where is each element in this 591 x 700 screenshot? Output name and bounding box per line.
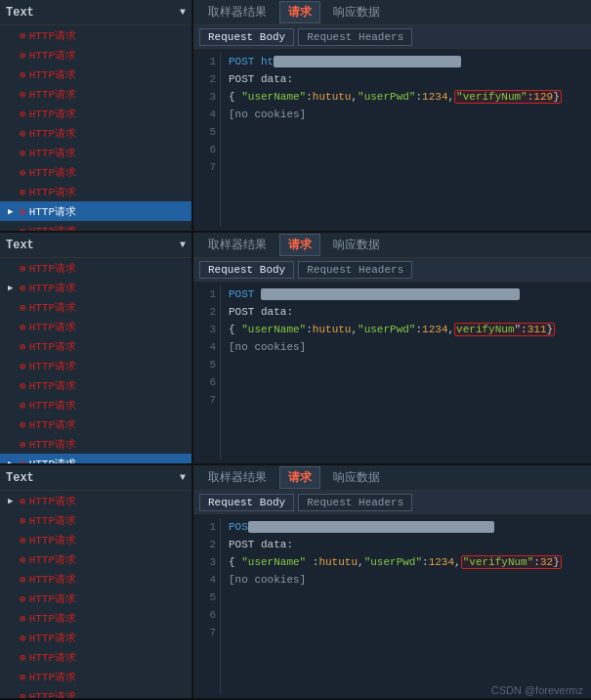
item-label: HTTP请求	[29, 689, 76, 699]
key-text: "userName"	[241, 91, 306, 103]
method-text: POST	[229, 56, 254, 67]
list-item[interactable]: ⊗HTTP请求	[0, 569, 191, 589]
list-item[interactable]: ⊗HTTP请求	[0, 549, 191, 569]
sub-tab-request-headers-1[interactable]: Request Headers	[298, 28, 412, 46]
line-numbers-2: 1234567	[193, 285, 221, 459]
list-item[interactable]: ⊗HTTP请求	[0, 104, 191, 123]
error-icon: ⊗	[20, 186, 26, 198]
error-icon: ⊗	[20, 262, 26, 275]
code-line: POST data:	[229, 536, 583, 553]
error-icon: ⊗	[20, 68, 26, 81]
sidebar-arrow-2[interactable]: ▼	[180, 240, 186, 250]
list-item[interactable]: ⊗HTTP请求	[0, 84, 191, 104]
list-item[interactable]: ▶⊗HTTP请求	[0, 491, 191, 510]
error-icon: ⊗	[20, 690, 26, 699]
list-item[interactable]: ⊗HTTP请求	[0, 628, 191, 647]
list-item[interactable]: ▶⊗HTTP请求	[0, 278, 191, 297]
tab-request-3[interactable]: 请求	[279, 466, 320, 489]
tab-response-2[interactable]: 响应数据	[324, 234, 389, 256]
list-item[interactable]: ⊗HTTP请求	[0, 589, 191, 608]
list-item-selected[interactable]: ▶⊗HTTP请求	[0, 454, 191, 463]
list-item[interactable]: ⊗HTTP请求	[0, 434, 191, 454]
list-item[interactable]: ⊗HTTP请求	[0, 65, 191, 84]
error-icon: ⊗	[20, 340, 26, 353]
error-icon: ⊗	[20, 534, 26, 547]
error-icon: ⊗	[20, 29, 26, 42]
item-label: HTTP请求	[29, 165, 76, 180]
list-item[interactable]: ⊗HTTP请求	[0, 395, 191, 415]
item-label: HTTP请求	[29, 185, 76, 199]
tab-request-1[interactable]: 请求	[279, 1, 320, 23]
code-line: [no cookies]	[229, 106, 583, 123]
list-item[interactable]: ⊗HTTP请求	[0, 336, 191, 356]
sub-tab-request-body-1[interactable]: Request Body	[199, 28, 294, 46]
sub-tabs-row-3: Request Body Request Headers	[193, 491, 591, 514]
list-item[interactable]: ⊗HTTP请求	[0, 297, 191, 317]
error-icon: ⊗	[20, 671, 26, 683]
list-item[interactable]: ⊗HTTP请求	[0, 686, 191, 698]
item-label: HTTP请求	[29, 417, 76, 432]
sub-tab-request-headers-2[interactable]: Request Headers	[298, 261, 412, 279]
item-label: HTTP请求	[29, 224, 76, 232]
list-item[interactable]: ⊗HTTP请求	[0, 45, 191, 65]
method-text: POST	[229, 288, 254, 300]
item-label: HTTP请求	[29, 494, 76, 508]
error-icon: ⊗	[20, 127, 26, 140]
list-item[interactable]: ⊗HTTP请求	[0, 356, 191, 375]
tab-sampler-result-2[interactable]: 取样器结果	[199, 234, 275, 256]
item-label: HTTP请求	[29, 146, 76, 160]
error-icon: ⊗	[20, 573, 26, 586]
list-item[interactable]: ⊗HTTP请求	[0, 182, 191, 201]
item-label: HTTP请求	[29, 552, 76, 567]
key-text: "userPwd"	[358, 91, 415, 103]
error-icon: ⊗	[20, 147, 26, 159]
tab-request-2[interactable]: 请求	[279, 234, 320, 256]
list-item[interactable]: ⊗HTTP请求	[0, 123, 191, 143]
list-item[interactable]: ⊗HTTP请求	[0, 647, 191, 667]
tab-sampler-result-1[interactable]: 取样器结果	[199, 1, 275, 23]
list-item[interactable]: ⊗HTTP请求	[0, 162, 191, 182]
sub-tab-request-headers-3[interactable]: Request Headers	[298, 494, 412, 511]
tab-response-1[interactable]: 响应数据	[324, 1, 389, 23]
list-item[interactable]: ⊗HTTP请求	[0, 510, 191, 530]
sub-tab-request-body-2[interactable]: Request Body	[199, 261, 294, 279]
item-label: HTTP请求	[29, 300, 76, 315]
list-item[interactable]: ⊗HTTP请求	[0, 317, 191, 336]
list-item-selected[interactable]: ▶⊗HTTP请求	[0, 201, 191, 221]
error-icon: ⊗	[20, 495, 26, 507]
code-line: POST data:	[229, 70, 583, 88]
content-2: 取样器结果 请求 响应数据 Request Body Request Heade…	[193, 233, 591, 463]
error-icon: ⊗	[20, 418, 26, 431]
sidebar-arrow-3[interactable]: ▼	[180, 472, 186, 483]
list-item[interactable]: ⊗HTTP请求	[0, 375, 191, 395]
item-label: HTTP请求	[29, 533, 76, 547]
list-item[interactable]: ⊗HTTP请求	[0, 608, 191, 628]
sub-tab-request-body-3[interactable]: Request Body	[199, 494, 294, 511]
list-item[interactable]: ⊗HTTP请求	[0, 258, 191, 278]
tab-response-3[interactable]: 响应数据	[324, 466, 389, 489]
key-text: verifyNum	[456, 324, 514, 335]
error-icon: ⊗	[20, 651, 26, 664]
sidebar-title-1: Text	[6, 6, 34, 20]
list-item[interactable]: ⊗HTTP请求	[0, 25, 191, 45]
list-item[interactable]: ⊗HTTP请求	[0, 221, 191, 231]
item-label: HTTP请求	[29, 437, 76, 452]
list-item[interactable]: ⊗HTTP请求	[0, 143, 191, 162]
cookies-text: [no cookies]	[229, 109, 306, 120]
list-item[interactable]: ⊗HTTP请求	[0, 667, 191, 686]
code-line: POST ht	[229, 53, 583, 70]
sidebar-title-3: Text	[6, 471, 34, 485]
sidebar-header-1: Text ▼	[0, 0, 191, 25]
sidebar-header-3: Text ▼	[0, 465, 191, 491]
sidebar-list-2: ⊗HTTP请求 ▶⊗HTTP请求 ⊗HTTP请求 ⊗HTTP请求 ⊗HTTP请求…	[0, 258, 191, 463]
tab-sampler-result-3[interactable]: 取样器结果	[199, 466, 275, 489]
list-item[interactable]: ⊗HTTP请求	[0, 415, 191, 434]
sidebar-2: Text ▼ ⊗HTTP请求 ▶⊗HTTP请求 ⊗HTTP请求 ⊗HTTP请求 …	[0, 233, 193, 463]
panel-2: Text ▼ ⊗HTTP请求 ▶⊗HTTP请求 ⊗HTTP请求 ⊗HTTP请求 …	[0, 233, 591, 465]
code-line: { "userName" :hututu,"userPwd":1234,"ver…	[229, 553, 583, 571]
sidebar-arrow-1[interactable]: ▼	[180, 7, 186, 18]
error-icon: ⊗	[20, 49, 26, 62]
sidebar-header-2: Text ▼	[0, 233, 191, 258]
list-item[interactable]: ⊗HTTP请求	[0, 530, 191, 549]
error-icon: ⊗	[20, 225, 26, 232]
